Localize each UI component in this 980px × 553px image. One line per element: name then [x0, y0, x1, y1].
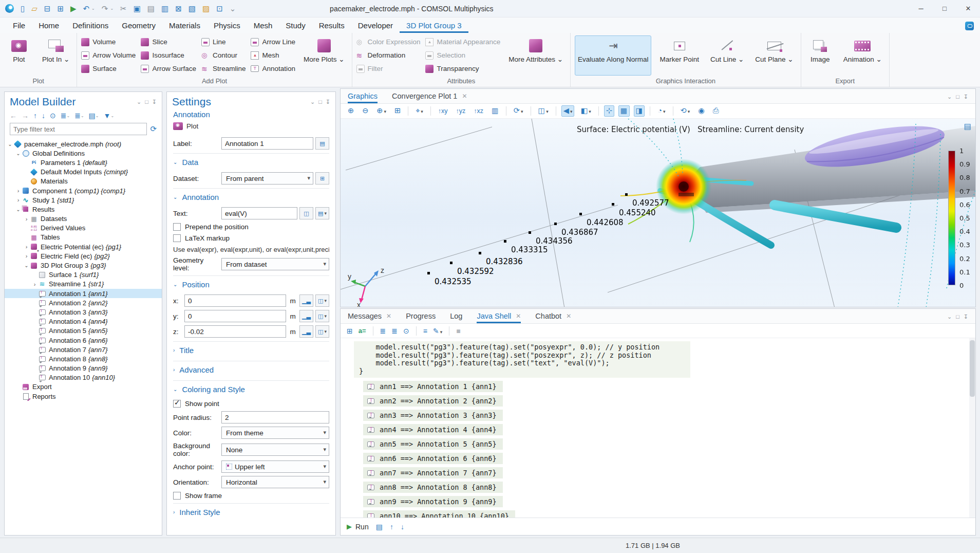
tab-java-shell[interactable]: Java Shell✕: [477, 312, 521, 323]
show-frame-row[interactable]: Show frame: [173, 492, 329, 500]
filter-funnel-icon[interactable]: ▼: [104, 112, 111, 120]
redo-dropdown-icon[interactable]: ⌄: [110, 6, 114, 11]
section-inherit-style[interactable]: Inherit Style: [179, 508, 220, 517]
expression-menu-icon[interactable]: ▤▾: [315, 207, 329, 219]
section-data[interactable]: Data: [182, 158, 198, 167]
tree-item[interactable]: Electric Potential (ec){pg1}: [5, 242, 162, 251]
show-grid-icon[interactable]: ▦: [618, 105, 630, 116]
latex-markup-row[interactable]: LaTeX markup: [173, 234, 329, 242]
streamline-button[interactable]: Streamline: [201, 63, 246, 74]
chevron-down-icon[interactable]: [23, 263, 30, 268]
mesh-button[interactable]: Mesh: [251, 50, 295, 61]
cut-line-button[interactable]: Cut Line ⌄: [707, 35, 747, 76]
evaluate-along-normal-button[interactable]: ⇥ Evaluate Along Normal: [575, 35, 651, 76]
new-file-icon[interactable]: ▯: [21, 5, 25, 12]
nodes-dropdown-icon[interactable]: ⌄: [96, 114, 99, 118]
tree-item-annotation-1[interactable]: Annotation 1{ann1}: [5, 289, 162, 298]
tab-chatbot[interactable]: Chatbot✕: [535, 312, 571, 323]
chevron-down-icon[interactable]: [15, 207, 22, 212]
tab-mesh[interactable]: Mesh: [247, 19, 279, 33]
undo-dropdown-icon[interactable]: ⌄: [91, 6, 95, 11]
chevron-right-icon[interactable]: [15, 197, 22, 203]
refresh-icon[interactable]: ⟳: [150, 124, 157, 134]
view-yz-icon[interactable]: ↑yz: [454, 106, 468, 116]
anchor-point-select[interactable]: Upper left: [221, 460, 329, 473]
surface-button[interactable]: Surface: [81, 63, 136, 74]
tab-3d-plot-group-3[interactable]: 3D Plot Group 3: [400, 19, 468, 33]
y-input[interactable]: [184, 310, 286, 322]
plot-canvas[interactable]: Surface: Electric potential (V) Streamli…: [341, 119, 975, 307]
color-select[interactable]: From theme: [221, 427, 329, 439]
color-theme-icon[interactable]: ◔▾: [655, 105, 667, 116]
value-menu-icon[interactable]: ◫▾: [315, 294, 329, 307]
tree-item[interactable]: Electric Field (ec){pg2}: [5, 251, 162, 261]
show-frame-checkbox[interactable]: [173, 492, 181, 500]
undo-icon[interactable]: ↶: [83, 5, 90, 12]
arrow-volume-button[interactable]: Arrow Volume: [81, 50, 136, 61]
label-input[interactable]: [221, 137, 313, 150]
chevron-right-icon[interactable]: ›: [173, 509, 175, 515]
chevron-down-icon[interactable]: [7, 141, 13, 147]
chevron-down-icon[interactable]: ⌄: [173, 282, 177, 287]
annotation-text-input[interactable]: [221, 207, 297, 219]
transparency-button[interactable]: Transparency: [425, 63, 500, 74]
chevron-right-icon[interactable]: [31, 281, 38, 287]
line-button[interactable]: Line: [201, 36, 246, 47]
show-output-icon[interactable]: ⊙: [403, 327, 409, 335]
view-xz-icon[interactable]: ↑xz: [472, 106, 485, 116]
rename-icon[interactable]: ▤: [315, 137, 329, 150]
snapshot-icon[interactable]: ◉: [696, 105, 707, 116]
show-point-checkbox[interactable]: [173, 400, 181, 408]
section-coloring-style[interactable]: Coloring and Style: [182, 385, 245, 394]
graphics-side-toggle-icon[interactable]: ▤: [964, 122, 971, 131]
range-icon[interactable]: ▁▃: [299, 325, 313, 338]
tree-item[interactable]: 3D Plot Group 3{pg3}: [5, 261, 162, 270]
tree-item[interactable]: Derived Values: [5, 224, 162, 233]
panel-float-icon[interactable]: □: [318, 99, 322, 105]
value-menu-icon[interactable]: ◫▾: [315, 325, 329, 338]
tab-convergence-plot[interactable]: Convergence Plot 1✕: [392, 92, 467, 103]
panel-float-icon[interactable]: □: [956, 314, 959, 320]
chevron-down-icon[interactable]: ⌄: [173, 159, 177, 165]
tab-definitions[interactable]: Definitions: [66, 19, 115, 33]
tree-item[interactable]: pacemaker_electrode.mph(root): [5, 139, 162, 149]
minimize-button[interactable]: ─: [909, 0, 933, 17]
tab-results[interactable]: Results: [312, 19, 351, 33]
next-command-icon[interactable]: ↓: [401, 523, 404, 531]
tab-messages[interactable]: Messages✕: [348, 312, 391, 323]
background-color-select[interactable]: None: [221, 444, 329, 456]
tree-item[interactable]: Annotation 7{ann7}: [5, 345, 162, 354]
tree-item[interactable]: Tables: [5, 233, 162, 242]
tree-item[interactable]: Export: [5, 382, 162, 392]
save-output-icon[interactable]: ⊞: [347, 327, 353, 335]
save-icon[interactable]: ⊟: [44, 5, 51, 12]
update-plot-icon[interactable]: ⟲▾: [679, 105, 692, 116]
tree-item[interactable]: Global Definitions: [5, 149, 162, 158]
show-colorbar-icon[interactable]: ◨: [634, 105, 645, 116]
slice-button[interactable]: Slice: [141, 36, 196, 47]
chevron-right-icon[interactable]: ›: [173, 347, 175, 353]
point-radius-input[interactable]: [221, 411, 329, 423]
collapse-output-icon[interactable]: ≣: [380, 327, 386, 335]
more-attributes-button[interactable]: More Attributes ⌄: [505, 35, 566, 76]
tab-developer[interactable]: Developer: [351, 19, 400, 33]
settings-plot-button[interactable]: Plot: [173, 121, 329, 134]
panel-menu-icon[interactable]: ⌄: [310, 99, 315, 105]
close-icon[interactable]: ✕: [516, 312, 521, 320]
more-plots-button[interactable]: More Plots ⌄: [300, 35, 348, 76]
forward-icon[interactable]: →: [22, 112, 29, 120]
tree-item[interactable]: Reports: [5, 392, 162, 401]
panel-float-icon[interactable]: □: [956, 94, 959, 100]
annotation-button[interactable]: Annotation: [251, 63, 295, 74]
expand-output-icon[interactable]: ≣: [391, 327, 398, 335]
chevron-down-icon[interactable]: [15, 151, 22, 156]
run-icon[interactable]: ▶: [70, 5, 77, 12]
select-box-icon[interactable]: ▧: [189, 5, 196, 12]
open-icon[interactable]: ▱: [31, 5, 37, 12]
zoom-extents-icon[interactable]: ⊞: [392, 105, 403, 116]
tab-study[interactable]: Study: [279, 19, 312, 33]
arrow-line-button[interactable]: Arrow Line: [251, 36, 295, 47]
panel-menu-icon[interactable]: ⌄: [947, 94, 952, 100]
tree-item[interactable]: Streamline 1{str1}: [5, 280, 162, 289]
tree-item[interactable]: Default Model Inputs{cminpt}: [5, 168, 162, 177]
